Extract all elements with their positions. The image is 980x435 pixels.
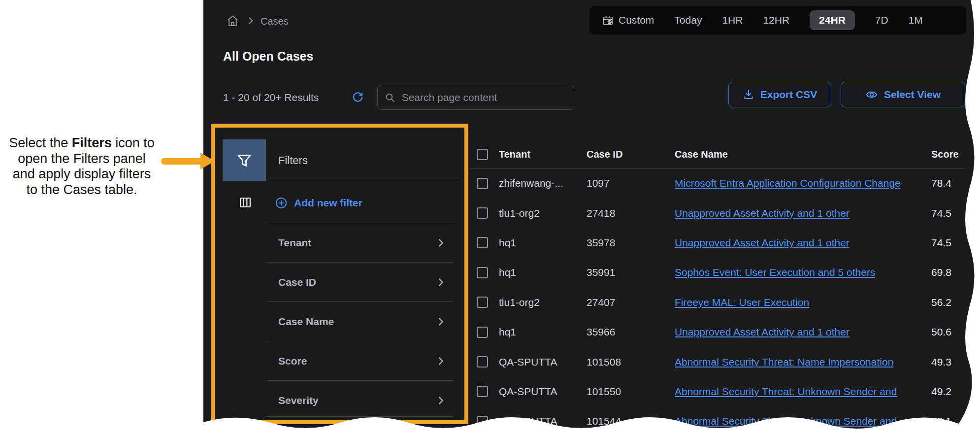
case-id-cell: 101550 bbox=[587, 377, 675, 406]
row-checkbox[interactable] bbox=[477, 267, 488, 278]
home-icon[interactable] bbox=[226, 14, 239, 28]
score-cell: 74.5 bbox=[925, 228, 966, 258]
case-name-link[interactable]: Unapproved Asset Activity and 1 other bbox=[675, 237, 849, 249]
time-range-custom[interactable]: Custom bbox=[602, 14, 654, 26]
tenant-cell: hq1 bbox=[499, 317, 587, 347]
annotation-arrow-head bbox=[200, 153, 215, 169]
chevron-right-icon bbox=[246, 16, 256, 26]
column-header-score: Score bbox=[925, 140, 966, 168]
select-view-label: Select View bbox=[884, 89, 941, 100]
download-icon bbox=[743, 89, 754, 100]
search-box bbox=[377, 85, 574, 110]
page: Cases Custom Today 1HR 12HR 24HR 7D 1M A… bbox=[0, 0, 980, 435]
row-checkbox[interactable] bbox=[477, 297, 488, 308]
search-input[interactable] bbox=[401, 91, 567, 104]
tenant-cell: QA-SPUTTA bbox=[499, 377, 587, 406]
case-name-link[interactable]: Abnormal Security Threat: Unknown Sender… bbox=[675, 386, 897, 398]
case-name-link[interactable]: Microsoft Entra Application Configuratio… bbox=[675, 177, 901, 189]
row-checkbox[interactable] bbox=[477, 386, 488, 397]
case-name-link[interactable]: Sophos Event: User Execution and 5 other… bbox=[675, 267, 875, 278]
plus-circle-icon bbox=[275, 197, 288, 209]
add-new-filter-label: Add new filter bbox=[294, 197, 362, 209]
table-row bbox=[470, 168, 499, 198]
chevron-right-icon bbox=[435, 277, 446, 288]
annotation-arrow bbox=[161, 158, 202, 165]
annotation-text: Select the Filters icon to open the Filt… bbox=[0, 135, 163, 198]
page-title: All Open Cases bbox=[223, 49, 313, 64]
time-range-7d[interactable]: 7D bbox=[875, 14, 888, 26]
chevron-right-icon bbox=[435, 237, 446, 248]
row-checkbox[interactable] bbox=[477, 356, 488, 368]
time-range-12hr[interactable]: 12HR bbox=[763, 14, 789, 26]
time-range-24hr-selected[interactable]: 24HR bbox=[810, 10, 855, 30]
row-checkbox[interactable] bbox=[477, 207, 488, 219]
filter-item-case-id[interactable]: Case ID bbox=[266, 262, 453, 301]
chevron-right-icon bbox=[435, 356, 446, 367]
row-checkbox[interactable] bbox=[477, 237, 488, 248]
tenant-cell: QA-SPUTTA bbox=[499, 406, 587, 435]
column-header-tenant: Tenant bbox=[499, 140, 587, 168]
tenant-cell: tlu1-org2 bbox=[499, 288, 587, 317]
time-range-1hr[interactable]: 1HR bbox=[722, 14, 743, 26]
filters-panel-title: Filters bbox=[278, 154, 308, 167]
score-cell: 49.1 bbox=[925, 406, 966, 435]
filter-item-severity[interactable]: Severity bbox=[266, 380, 453, 420]
select-view-button[interactable]: Select View bbox=[841, 82, 965, 107]
row-checkbox[interactable] bbox=[477, 416, 488, 427]
table-row bbox=[470, 258, 499, 287]
table-row bbox=[470, 406, 499, 435]
case-name-link[interactable]: Abnormal Security Threat: Name Impersona… bbox=[675, 356, 893, 368]
row-checkbox[interactable] bbox=[477, 178, 488, 189]
funnel-icon bbox=[236, 152, 253, 169]
time-range-bar: Custom Today 1HR 12HR 24HR 7D 1M bbox=[589, 6, 966, 34]
add-new-filter-button[interactable]: Add new filter bbox=[275, 196, 362, 210]
export-csv-button[interactable]: Export CSV bbox=[728, 82, 831, 107]
divider bbox=[266, 181, 464, 181]
score-cell: 74.5 bbox=[925, 198, 966, 228]
divider bbox=[470, 168, 965, 169]
filter-item-case-name[interactable]: Case Name bbox=[266, 301, 453, 341]
score-cell: 49.3 bbox=[925, 347, 966, 376]
case-name-link[interactable]: Unapproved Asset Activity and 1 other bbox=[675, 326, 849, 338]
case-name-link[interactable]: Abnormal Security Threat: Unknown Sender… bbox=[675, 415, 897, 427]
tenant-cell: QA-SPUTTA bbox=[499, 347, 587, 376]
table-row bbox=[470, 317, 499, 347]
eye-icon bbox=[865, 88, 878, 101]
case-name-link[interactable]: Unapproved Asset Activity and 1 other bbox=[675, 207, 849, 219]
table-row bbox=[470, 377, 499, 406]
score-cell: 50.6 bbox=[925, 317, 966, 347]
divider bbox=[266, 416, 453, 417]
case-name-link[interactable]: Fireeye MAL: User Execution bbox=[675, 297, 809, 308]
time-range-today[interactable]: Today bbox=[674, 14, 702, 26]
case-id-cell: 35978 bbox=[587, 228, 675, 258]
results-summary: 1 - 20 of 20+ Results bbox=[223, 92, 319, 103]
table-row bbox=[470, 198, 499, 228]
case-id-cell: 27407 bbox=[587, 288, 675, 317]
column-header-case-name: Case Name bbox=[675, 140, 925, 168]
tenant-cell: hq1 bbox=[499, 228, 587, 258]
time-range-1m[interactable]: 1M bbox=[909, 14, 923, 26]
cases-table: Tenant Case ID Case Name Score zhifenwan… bbox=[470, 140, 966, 435]
filter-item-score[interactable]: Score bbox=[266, 341, 453, 380]
chevron-right-icon bbox=[435, 395, 446, 406]
table-row bbox=[470, 228, 499, 258]
export-csv-label: Export CSV bbox=[760, 89, 817, 100]
select-all-checkbox[interactable] bbox=[477, 149, 488, 160]
columns-tab[interactable] bbox=[238, 195, 253, 210]
score-cell: 78.4 bbox=[925, 168, 966, 198]
case-id-cell: 35966 bbox=[587, 317, 675, 347]
filters-tab-selected[interactable] bbox=[223, 139, 266, 181]
row-checkbox[interactable] bbox=[477, 327, 488, 338]
tenant-cell: zhifenwang-... bbox=[499, 168, 587, 198]
filter-item-tenant[interactable]: Tenant bbox=[266, 223, 453, 262]
chevron-right-icon bbox=[435, 316, 446, 327]
column-header-case-id: Case ID bbox=[587, 140, 675, 168]
score-cell: 69.8 bbox=[925, 258, 966, 287]
case-id-cell: 101508 bbox=[587, 347, 675, 376]
search-icon bbox=[385, 92, 395, 103]
score-cell: 49.2 bbox=[925, 377, 966, 406]
refresh-icon[interactable] bbox=[352, 91, 364, 103]
case-id-cell: 35991 bbox=[587, 258, 675, 287]
breadcrumb-item-cases[interactable]: Cases bbox=[261, 16, 289, 27]
tenant-cell: hq1 bbox=[499, 258, 587, 287]
